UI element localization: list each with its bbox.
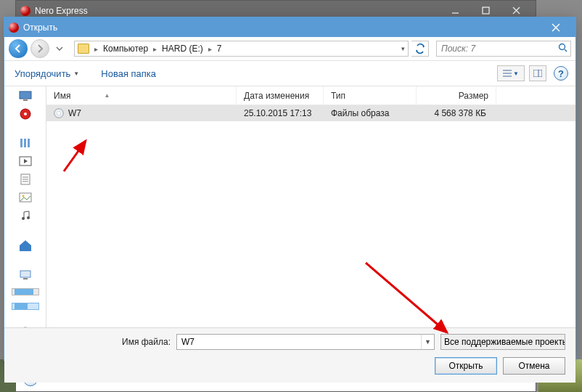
disc-image-icon	[54, 108, 64, 118]
new-folder-label: Новая папка	[101, 68, 156, 79]
file-open-dialog: Открыть ▸ Компьютер ▸ HARD (E:) ▸ 7 ▾	[4, 17, 576, 361]
desktop-icon[interactable]	[18, 91, 33, 101]
dialog-titlebar[interactable]: Открыть	[4, 17, 575, 37]
chevron-down-icon: ▼	[513, 70, 519, 77]
search-input[interactable]	[437, 44, 555, 54]
column-type-label: Тип	[331, 91, 345, 101]
svg-rect-1	[483, 7, 489, 14]
videos-icon[interactable]	[18, 156, 33, 166]
nero-title: Nero Express	[35, 6, 88, 16]
new-folder-button[interactable]: Новая папка	[98, 67, 159, 81]
help-button[interactable]: ?	[554, 66, 568, 81]
filename-input[interactable]	[177, 337, 421, 347]
svg-rect-17	[20, 139, 22, 147]
breadcrumb-drive[interactable]: HARD (E:)	[160, 44, 205, 54]
chevron-right-icon[interactable]: ▸	[91, 45, 102, 53]
homegroup-icon[interactable]	[18, 239, 33, 252]
column-size-label: Размер	[459, 91, 488, 101]
svg-line-7	[565, 49, 567, 52]
svg-point-16	[24, 113, 27, 115]
nero-app-icon	[20, 6, 30, 16]
svg-rect-18	[24, 139, 26, 147]
file-date: 25.10.2015 17:13	[237, 108, 324, 118]
svg-rect-33	[24, 327, 27, 327]
search-box[interactable]	[436, 41, 571, 57]
chevron-right-icon[interactable]: ▸	[149, 45, 160, 53]
column-date[interactable]: Дата изменения	[237, 86, 324, 105]
open-button-label: Открыть	[448, 361, 483, 371]
column-header-row: Имя ▲ Дата изменения Тип Размер	[46, 86, 575, 105]
drive-c-icon[interactable]	[12, 288, 39, 295]
breadcrumb-dropdown[interactable]: ▾	[401, 45, 405, 52]
svg-point-6	[560, 44, 565, 50]
file-name: W7	[68, 108, 81, 118]
nav-recent-dropdown[interactable]	[52, 40, 67, 57]
chevron-down-icon[interactable]: ▼	[421, 335, 434, 349]
pictures-icon[interactable]	[18, 192, 33, 203]
filename-combo[interactable]: ▼	[176, 334, 435, 350]
file-type: Файлы образа	[324, 108, 417, 118]
main-area: Имя ▲ Дата изменения Тип Размер W7 25.10…	[4, 86, 575, 327]
svg-rect-14	[23, 99, 28, 101]
breadcrumb-root[interactable]: Компьютер	[102, 44, 149, 54]
documents-icon[interactable]	[18, 173, 33, 185]
file-list[interactable]: Имя ▲ Дата изменения Тип Размер W7 25.10…	[46, 86, 575, 327]
sort-asc-icon: ▲	[104, 92, 110, 99]
file-filter-combo[interactable]: Все поддерживаемые проекты ▼	[440, 334, 565, 350]
music-icon[interactable]	[18, 210, 33, 221]
organize-label: Упорядочить	[15, 68, 70, 79]
column-size[interactable]: Размер	[417, 86, 496, 105]
file-filter-label: Все поддерживаемые проекты	[444, 337, 565, 347]
svg-rect-11	[533, 70, 542, 77]
file-row[interactable]: W7 25.10.2015 17:13 Файлы образа 4 568 3…	[46, 105, 575, 121]
column-date-label: Дата изменения	[244, 91, 309, 101]
computer-icon[interactable]	[18, 269, 33, 281]
svg-rect-13	[20, 91, 31, 99]
open-button[interactable]: Открыть	[435, 357, 497, 375]
dialog-close-button[interactable]	[541, 17, 571, 37]
view-mode-button[interactable]: ▼	[497, 65, 525, 81]
nav-sidebar[interactable]	[4, 86, 46, 327]
svg-marker-21	[24, 159, 28, 163]
cancel-button-label: Отмена	[518, 361, 549, 371]
libraries-icon[interactable]	[18, 137, 33, 149]
list-icon	[503, 70, 512, 77]
nav-back-button[interactable]	[9, 39, 28, 58]
svg-rect-31	[23, 278, 28, 279]
filename-label: Имя файла:	[122, 337, 171, 347]
nav-row: ▸ Компьютер ▸ HARD (E:) ▸ 7 ▾	[4, 37, 575, 61]
chevron-down-icon: ▼	[73, 70, 79, 77]
organize-menu[interactable]: Упорядочить ▼	[12, 67, 82, 81]
toolbar: Упорядочить ▼ Новая папка ▼ ?	[4, 61, 575, 86]
svg-rect-19	[28, 139, 30, 147]
chevron-right-icon[interactable]: ▸	[205, 45, 216, 53]
folder-icon	[78, 44, 89, 54]
column-name[interactable]: Имя ▲	[46, 86, 237, 105]
dialog-app-icon	[9, 23, 19, 33]
pane-icon	[533, 70, 542, 77]
preview-pane-button[interactable]	[529, 65, 546, 81]
nero-drive-icon[interactable]	[18, 108, 33, 120]
svg-rect-30	[20, 271, 30, 277]
nav-forward-button[interactable]	[30, 39, 49, 58]
breadcrumb[interactable]: ▸ Компьютер ▸ HARD (E:) ▸ 7 ▾	[74, 41, 409, 57]
drive-e-icon[interactable]	[12, 303, 39, 310]
column-type[interactable]: Тип	[324, 86, 417, 105]
column-name-label: Имя	[54, 91, 70, 101]
cancel-button[interactable]: Отмена	[503, 357, 565, 375]
dialog-title: Открыть	[23, 23, 57, 33]
refresh-button[interactable]	[411, 41, 429, 57]
svg-point-27	[22, 195, 24, 197]
file-size: 4 568 378 КБ	[417, 108, 496, 118]
dialog-footer: Имя файла: ▼ Все поддерживаемые проекты …	[4, 327, 575, 383]
breadcrumb-folder[interactable]: 7	[216, 44, 224, 54]
svg-point-29	[27, 216, 30, 219]
svg-point-28	[22, 217, 25, 220]
search-icon[interactable]	[555, 42, 570, 55]
